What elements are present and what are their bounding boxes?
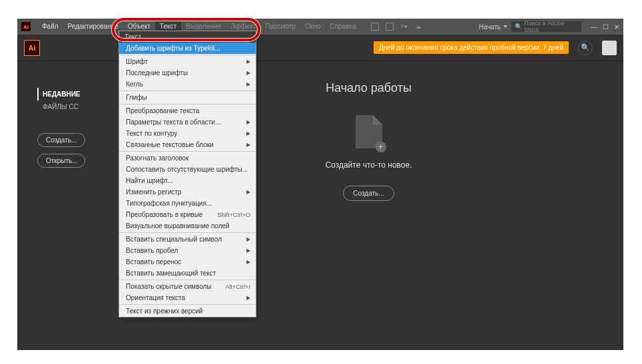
plus-icon: + (376, 142, 386, 152)
tool-icon-3[interactable]: ≡▾ (400, 23, 408, 31)
toolbar-icons: ≡▾ ☁ (371, 23, 423, 31)
sidebar: НЕДАВНИЕ ФАЙЛЫ CC Создать... Открыть... (17, 61, 114, 350)
window-close-icon[interactable]: ✕ (614, 23, 619, 31)
tool-icon-2[interactable] (386, 23, 394, 31)
menu-item[interactable]: Глифы (119, 92, 256, 103)
menu-item[interactable]: Преобразовать в кривыеShift+Ctrl+O (119, 209, 256, 220)
menu-item[interactable]: Текст из прежних версий (119, 305, 256, 317)
menu-item[interactable]: Преобразование текста (119, 105, 256, 116)
menu-item[interactable]: Шрифт▶ (119, 56, 256, 67)
start-dropdown[interactable]: Начать (479, 23, 507, 31)
menu-item[interactable]: Текст по контуру▶ (119, 128, 256, 139)
secondary-bar: Ai Дней до окончания срока действия проб… (17, 35, 623, 61)
tool-icon-4[interactable]: ☁ (415, 23, 423, 31)
text-menu-dropdown: Текст Добавить шрифты из Typekit...Шрифт… (119, 31, 256, 317)
menu-help[interactable]: Справка (325, 19, 360, 35)
search-button[interactable]: 🔍 (578, 41, 593, 55)
sidebar-item-recent[interactable]: НЕДАВНИЕ (37, 88, 114, 100)
menu-file[interactable]: Файл (37, 19, 63, 35)
menu-window[interactable]: Окно (300, 19, 325, 35)
new-document-icon: + (356, 115, 382, 148)
menu-item[interactable]: Вставить перенос▶ (119, 256, 256, 268)
menu-item[interactable]: Вставить пробел▶ (119, 245, 256, 256)
menu-item[interactable]: Показать скрытые символыAlt+Ctrl+I (119, 281, 256, 292)
stock-search[interactable]: 🔍Поиск в Adobe Stock (511, 21, 581, 32)
menu-item[interactable]: Типографская пунктуация... (119, 198, 256, 209)
ai-logo: Ai (24, 40, 40, 56)
dropdown-header: Текст (119, 31, 256, 43)
menu-item[interactable]: Параметры текста в области...▶ (119, 116, 256, 128)
create-button[interactable]: Создать... (343, 186, 394, 201)
window-minimize-icon[interactable]: — (591, 23, 597, 31)
menu-item[interactable]: Разогнать заголовок (119, 152, 256, 164)
trial-badge: Дней до окончания срока действия пробной… (374, 41, 569, 54)
menu-edit[interactable]: Редактирование (63, 19, 123, 35)
sidebar-create-button[interactable]: Создать... (37, 133, 85, 147)
menu-item[interactable]: Изменить регистр▶ (119, 186, 256, 198)
menu-item[interactable]: Визуальное выравнивание полей (119, 220, 256, 232)
menu-item[interactable]: Вставить специальный символ▶ (119, 234, 256, 245)
app-icon: Ai (21, 22, 31, 31)
tool-icon-1[interactable] (371, 23, 379, 31)
menu-item[interactable]: Связанные текстовые блоки▶ (119, 139, 256, 150)
window-maximize-icon[interactable]: ☐ (603, 23, 609, 31)
menu-item[interactable]: Вставить замещающий текст (119, 268, 256, 279)
menu-item[interactable]: Сопоставить отсутствующие шрифты... (119, 164, 256, 175)
sidebar-item-cc[interactable]: ФАЙЛЫ CC (37, 100, 114, 113)
menu-item[interactable]: Кегль▶ (119, 79, 256, 90)
menu-view[interactable]: Просмотр (260, 19, 300, 35)
page-title: Начало работы (326, 81, 412, 95)
menu-item[interactable]: Найти шрифт... (119, 175, 256, 186)
menu-item[interactable]: Ориентация текста▶ (119, 292, 256, 303)
content-subtitle: Создайте что-то новое. (325, 160, 412, 170)
user-avatar[interactable] (602, 41, 617, 55)
menu-item[interactable]: Последние шрифты▶ (119, 67, 256, 79)
menu-item[interactable]: Добавить шрифты из Typekit... (119, 43, 256, 54)
menu-bar: Ai Файл Редактирование Объект Текст Выде… (17, 19, 623, 35)
sidebar-open-button[interactable]: Открыть... (37, 154, 85, 168)
